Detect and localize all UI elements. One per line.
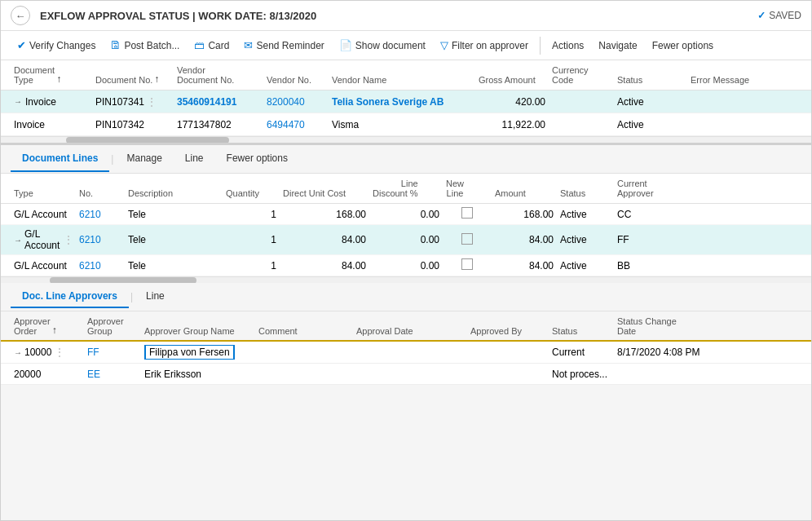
dl-row2-type: → G/L Account ⋮ [11,227,76,253]
doc-lines-header: Type No. Description Quantity Direct Uni… [1,174,811,204]
dl-row2-approver: FF [614,232,679,247]
title-bar: ← EXFLOW APPROVAL STATUS | WORK DATE: 8/… [1,1,811,31]
ap-row1-approved-by [467,351,549,354]
upper-table-row[interactable]: Invoice PIN107342 1771347802 6494470 Vis… [1,113,811,136]
actions-button[interactable]: Actions [545,37,590,55]
th-error-message: Error Message [687,64,801,86]
tab-doc-line-approvers[interactable]: Doc. Line Approvers [11,285,129,308]
checkbox-2[interactable] [461,233,473,245]
dl-th-no: No. [76,177,125,200]
row2-doc-type-link[interactable]: Invoice [14,119,45,130]
row2-gross-amount: 11,922.00 [475,117,549,132]
row1-doc-no-link[interactable]: PIN107341 [95,96,144,108]
upper-row-1-wrapper: → Invoice PIN107341 ⋮ 35460914191 820004… [1,91,811,113]
th-vendor-no: Vendor No. [263,64,329,86]
ap-row1-drag[interactable]: ⋮ [54,346,64,359]
approver-row[interactable]: 20000 EE Erik Eriksson Not proces... [1,364,811,385]
upper-section: DocumentType ↑ Document No. ↑ VendorDocu… [1,60,811,143]
show-doc-icon: 📄 [339,39,352,51]
dl-row2-description: Tele [125,232,223,247]
post-batch-button[interactable]: 🖺 Post Batch... [104,36,186,55]
dl-row1-no[interactable]: 6210 [76,207,125,222]
show-document-button[interactable]: 📄 Show document [333,36,432,55]
doc-lines-tabs: Document Lines | Manage Line Fewer optio… [1,145,811,174]
tab-document-lines[interactable]: Document Lines [11,146,109,172]
dl-row3-ld: 0.00 [369,258,443,273]
ap-row1-group-name: Filippa von Fersen [141,345,255,360]
navigate-button[interactable]: Navigate [592,37,643,55]
send-reminder-label: Send Reminder [256,40,324,51]
row2-vendor-no[interactable]: 6494470 [263,117,329,132]
row2-currency-code [549,123,614,126]
dl-row2-drag[interactable]: ⋮ [63,233,73,246]
row1-currency-code [549,100,614,104]
dl-row2-ld: 0.00 [369,232,443,247]
ap-row1-group-name-input[interactable]: Filippa von Fersen [144,345,235,360]
doc-line-row[interactable]: → G/L Account ⋮ 6210 Tele 1 84.00 0.00 8… [1,225,811,255]
dl-row3-newline [443,257,492,274]
doc-lines-scroll-bar[interactable] [1,276,811,283]
th-currency-code: CurrencyCode [549,64,614,86]
dl-row3-type: G/L Account [11,258,76,273]
tab-line-approvers[interactable]: Line [135,285,176,308]
dl-th-quantity: Quantity [223,177,280,200]
dl-row3-duc: 84.00 [280,258,369,273]
dl-row1-newline [443,205,492,223]
send-reminder-button[interactable]: ✉ Send Reminder [237,36,330,55]
dl-row3-description: Tele [125,258,223,273]
ap-th-approved-by: Approved By [467,315,549,338]
ap-row2-comment [255,373,353,376]
fewer-options-button[interactable]: Fewer options [646,37,720,55]
th-gross-amount: Gross Amount [475,64,549,86]
ap-row1-status: Current [549,345,614,360]
toolbar-divider [540,37,541,55]
dl-row3-no[interactable]: 6210 [76,258,125,273]
checkbox-3[interactable] [461,258,473,270]
upper-table-row[interactable]: → Invoice PIN107341 ⋮ 35460914191 820004… [1,91,811,113]
dl-row3-approver: BB [614,258,679,273]
filter-on-approver-button[interactable]: ▽ Filter on approver [434,36,535,55]
upper-scroll-bar[interactable] [1,136,811,143]
ap-row1-status-change-date: 8/17/2020 4:08 PM [614,345,720,360]
tab-line[interactable]: Line [174,146,215,172]
ap-row2-approval-date [353,373,467,376]
card-button[interactable]: 🗃 Card [188,36,236,55]
ap-th-comment: Comment [255,315,353,338]
dl-row2-arrow: → [14,236,22,245]
filter-icon: ▽ [440,39,448,51]
checkbox-1[interactable] [461,207,473,219]
row1-drag-handle[interactable]: ⋮ [146,95,156,108]
doc-line-row[interactable]: G/L Account 6210 Tele 1 168.00 0.00 168.… [1,204,811,225]
saved-badge: ✓ SAVED [757,10,801,21]
th-status: Status [614,64,687,86]
dl-row2-status: Active [557,232,614,247]
row1-vendor-no[interactable]: 8200040 [263,95,329,109]
row2-vendor-doc-no: 1771347802 [174,117,263,132]
ap-th-approval-date: Approval Date [353,315,467,338]
card-icon: 🗃 [194,39,205,51]
dl-row3-status: Active [557,258,614,273]
row1-vendor-name[interactable]: Telia Sonera Sverige AB [329,95,475,109]
dl-row1-duc: 168.00 [280,207,369,222]
ap-row1-comment [255,351,353,354]
lower-section: Document Lines | Manage Line Fewer optio… [1,143,811,520]
ap-th-group: ApproverGroup [84,315,141,338]
dl-row2-no[interactable]: 6210 [76,232,125,247]
approvers-section: Doc. Line Approvers | Line ApproverOrder… [1,283,811,520]
doc-lines-table: Type No. Description Quantity Direct Uni… [1,174,811,276]
row1-gross-amount: 420.00 [475,95,549,109]
page-title: EXFLOW APPROVAL STATUS | WORK DATE: 8/13… [40,10,757,22]
row1-doc-type-link[interactable]: Invoice [25,96,56,108]
back-button[interactable]: ← [11,6,30,25]
row2-doc-no-link[interactable]: PIN107342 [95,119,144,130]
tab-fewer-options[interactable]: Fewer options [215,146,299,172]
ap-row2-group[interactable]: EE [84,367,141,382]
ap-row2-order: 20000 [11,367,84,382]
ap-row1-group[interactable]: FF [84,345,141,360]
doc-line-row[interactable]: G/L Account 6210 Tele 1 84.00 0.00 84.00… [1,255,811,276]
row1-vendor-doc-no[interactable]: 35460914191 [174,95,263,109]
approver-row[interactable]: → 10000 ⋮ FF Filippa von Fersen Current … [1,342,811,364]
tab-manage[interactable]: Manage [115,146,173,172]
verify-changes-button[interactable]: ✔ Verify Changes [11,36,102,55]
approvers-tab-divider: | [129,283,135,311]
